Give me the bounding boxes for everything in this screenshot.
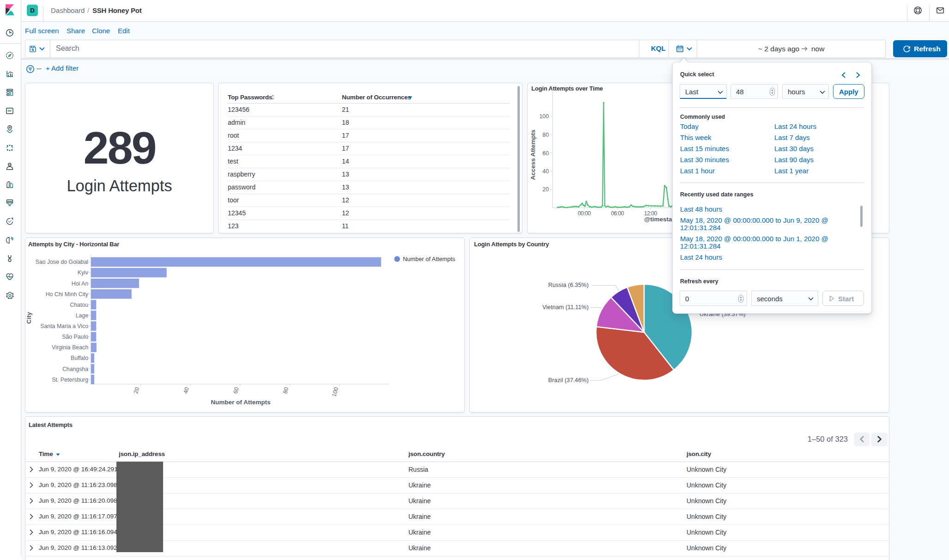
- svg-text:Vietnam (11.11%): Vietnam (11.11%): [542, 304, 589, 310]
- svg-text:Russia (6.35%): Russia (6.35%): [548, 281, 589, 288]
- svg-text:Brazil (37.46%): Brazil (37.46%): [548, 377, 589, 383]
